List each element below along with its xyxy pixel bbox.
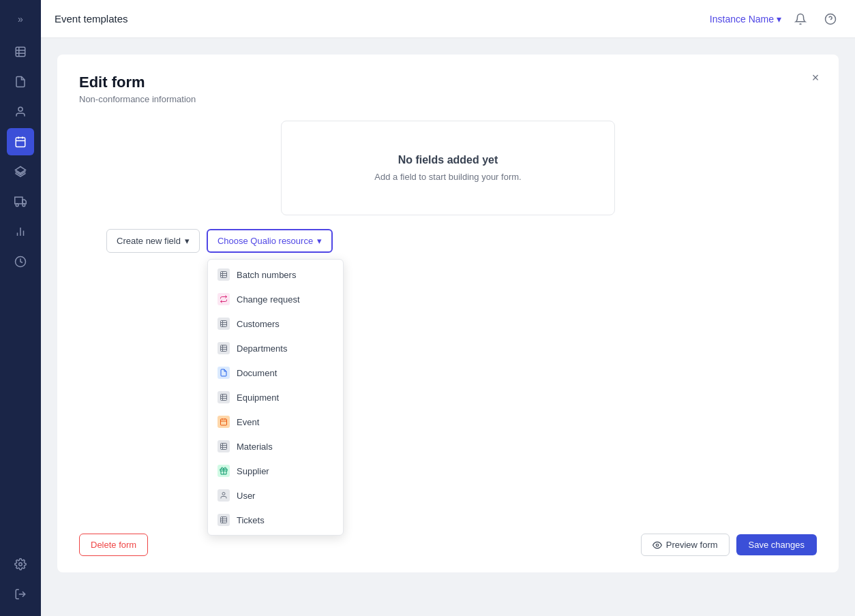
sidebar-item-document[interactable] bbox=[7, 68, 34, 95]
qualio-chevron-icon: ▾ bbox=[317, 236, 322, 246]
event-label: Event bbox=[237, 417, 259, 427]
svg-rect-38 bbox=[221, 419, 227, 425]
close-button[interactable]: × bbox=[806, 68, 825, 87]
main-area: Event templates Instance Name ▾ × Edit f… bbox=[41, 0, 855, 616]
dropdown-item-tickets[interactable]: Tickets bbox=[208, 508, 343, 532]
notifications-icon[interactable] bbox=[790, 8, 811, 30]
supplier-icon bbox=[217, 465, 230, 477]
tickets-icon bbox=[217, 514, 230, 526]
dropdown-item-supplier[interactable]: Supplier bbox=[208, 459, 343, 483]
help-icon[interactable] bbox=[820, 8, 841, 30]
sidebar-item-table[interactable] bbox=[7, 38, 34, 65]
empty-state-description: Add a field to start building your form. bbox=[314, 172, 582, 182]
svg-point-48 bbox=[222, 493, 225, 495]
svg-point-13 bbox=[22, 204, 25, 206]
tickets-label: Tickets bbox=[237, 515, 265, 525]
event-icon bbox=[217, 416, 230, 428]
footer-right-buttons: Preview form Save changes bbox=[641, 534, 817, 556]
dropdown-item-change-request[interactable]: Change request bbox=[208, 287, 343, 311]
svg-rect-10 bbox=[15, 197, 22, 204]
card-footer: Delete form Preview form Save changes bbox=[79, 534, 817, 556]
card-subtitle: Non-conformance information bbox=[79, 94, 817, 104]
svg-point-18 bbox=[19, 563, 22, 566]
svg-point-4 bbox=[18, 107, 22, 111]
change-request-label: Change request bbox=[237, 294, 300, 305]
topbar-right: Instance Name ▾ bbox=[710, 8, 841, 30]
preview-form-label: Preview form bbox=[666, 540, 718, 550]
equipment-icon bbox=[217, 391, 230, 403]
sidebar-item-clock[interactable] bbox=[7, 248, 34, 275]
document-icon bbox=[217, 367, 230, 379]
dropdown-item-batch-numbers[interactable]: Batch numbers bbox=[208, 262, 343, 287]
batch-numbers-icon bbox=[217, 268, 230, 281]
document-label: Document bbox=[237, 368, 277, 378]
sidebar-item-truck[interactable] bbox=[7, 188, 34, 215]
svg-rect-22 bbox=[221, 272, 227, 278]
svg-rect-34 bbox=[221, 395, 227, 401]
svg-point-53 bbox=[656, 544, 659, 546]
svg-rect-49 bbox=[221, 517, 227, 523]
batch-numbers-label: Batch numbers bbox=[237, 270, 296, 280]
page-title: Event templates bbox=[55, 13, 128, 25]
svg-rect-30 bbox=[221, 345, 227, 352]
departments-icon bbox=[217, 342, 230, 354]
delete-form-button[interactable]: Delete form bbox=[79, 534, 148, 556]
instance-name-label: Instance Name bbox=[710, 14, 774, 25]
svg-rect-26 bbox=[221, 321, 227, 327]
svg-rect-42 bbox=[221, 444, 227, 450]
preview-icon bbox=[652, 540, 662, 550]
preview-form-button[interactable]: Preview form bbox=[641, 534, 730, 556]
edit-form-card: × Edit form Non-conformance information … bbox=[57, 55, 839, 572]
customers-icon bbox=[217, 318, 230, 330]
user-icon bbox=[217, 489, 230, 502]
dropdown-item-materials[interactable]: Materials bbox=[208, 434, 343, 459]
svg-rect-5 bbox=[16, 138, 25, 147]
departments-label: Departments bbox=[237, 343, 287, 354]
supplier-label: Supplier bbox=[237, 466, 269, 476]
dropdown-item-customers[interactable]: Customers bbox=[208, 311, 343, 336]
sidebar-item-users[interactable] bbox=[7, 98, 34, 125]
delete-form-label: Delete form bbox=[91, 540, 136, 550]
sidebar-item-logout[interactable] bbox=[7, 581, 34, 608]
equipment-label: Equipment bbox=[237, 392, 279, 403]
qualio-resource-dropdown: Batch numbers Change request Customers bbox=[207, 259, 344, 536]
dropdown-item-document[interactable]: Document bbox=[208, 360, 343, 385]
dropdown-item-departments[interactable]: Departments bbox=[208, 336, 343, 360]
user-label: User bbox=[237, 491, 255, 501]
instance-chevron-icon: ▾ bbox=[777, 14, 781, 25]
sidebar-item-analytics[interactable] bbox=[7, 218, 34, 245]
choose-qualio-resource-button[interactable]: Choose Qualio resource ▾ bbox=[207, 229, 333, 253]
sidebar-item-settings[interactable] bbox=[7, 551, 34, 578]
sidebar-item-calendar[interactable] bbox=[7, 128, 34, 155]
empty-state-title: No fields added yet bbox=[314, 154, 582, 166]
sidebar-item-layers[interactable] bbox=[7, 158, 34, 185]
svg-rect-0 bbox=[16, 47, 25, 57]
change-request-icon bbox=[217, 293, 230, 305]
svg-point-12 bbox=[16, 204, 18, 206]
create-new-field-button[interactable]: Create new field ▾ bbox=[106, 229, 200, 253]
field-buttons-row: Create new field ▾ Choose Qualio resourc… bbox=[106, 229, 817, 253]
topbar: Event templates Instance Name ▾ bbox=[41, 0, 855, 38]
materials-label: Materials bbox=[237, 442, 273, 452]
sidebar: » bbox=[0, 0, 41, 616]
dropdown-item-equipment[interactable]: Equipment bbox=[208, 385, 343, 410]
content-area: × Edit form Non-conformance information … bbox=[41, 38, 855, 616]
create-field-label: Create new field bbox=[117, 236, 181, 246]
save-changes-label: Save changes bbox=[749, 540, 805, 550]
empty-state-container: No fields added yet Add a field to start… bbox=[281, 121, 615, 215]
save-changes-button[interactable]: Save changes bbox=[736, 534, 817, 555]
create-field-chevron-icon: ▾ bbox=[185, 236, 190, 246]
qualio-resource-label: Choose Qualio resource bbox=[217, 236, 313, 246]
dropdown-item-user[interactable]: User bbox=[208, 483, 343, 508]
svg-marker-11 bbox=[22, 200, 26, 204]
card-title: Edit form bbox=[79, 74, 817, 91]
sidebar-collapse-button[interactable]: » bbox=[12, 8, 29, 30]
materials-icon bbox=[217, 440, 230, 452]
customers-label: Customers bbox=[237, 319, 280, 329]
dropdown-item-event[interactable]: Event bbox=[208, 410, 343, 434]
instance-name-dropdown[interactable]: Instance Name ▾ bbox=[710, 14, 781, 25]
